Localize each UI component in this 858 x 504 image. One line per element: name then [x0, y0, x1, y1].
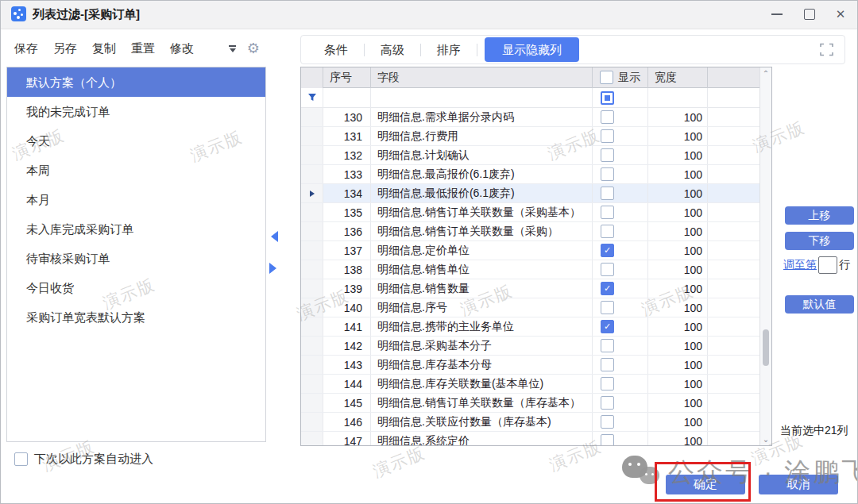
row-width: 100: [648, 184, 708, 202]
move-down-button[interactable]: 下移: [785, 232, 854, 250]
tab-separator: [364, 44, 365, 56]
jump-to-row-link[interactable]: 调至第: [783, 258, 817, 272]
row-indicator-cell: [301, 413, 323, 431]
tab-3[interactable]: 显示隐藏列: [485, 37, 579, 62]
row-checkbox[interactable]: [601, 244, 614, 257]
row-show-cell: [593, 432, 648, 446]
filter-field-cell[interactable]: [371, 88, 593, 108]
row-width: 100: [648, 317, 708, 336]
row-checkbox[interactable]: [601, 225, 614, 238]
row-empty-cell: [708, 298, 760, 317]
table-row[interactable]: 135明细信息.销售订单关联数量（采购基本）100: [301, 203, 771, 222]
row-no: 142: [323, 337, 371, 355]
row-indicator-cell: [301, 127, 323, 145]
table-body: 130明细信息.需求单据分录内码100131明细信息.行费用100132明细信息…: [301, 108, 771, 446]
close-button[interactable]: ✕: [825, 0, 856, 29]
table-row[interactable]: 133明细信息.最高报价(6.1废弃)100: [301, 165, 771, 184]
tab-0[interactable]: 条件: [315, 37, 357, 62]
sidebar-item-6[interactable]: 待审核采购订单: [7, 244, 265, 273]
row-checkbox[interactable]: [601, 434, 614, 446]
row-checkbox[interactable]: [601, 339, 614, 352]
sidebar-item-7[interactable]: 今日收货: [7, 273, 265, 302]
table-row[interactable]: 136明细信息.销售订单关联数量（采购）100: [301, 222, 771, 241]
auto-enter-checkbox[interactable]: [14, 452, 28, 466]
table-row[interactable]: 147明细信息.系统定价100: [301, 432, 771, 446]
table-row[interactable]: 137明细信息.定价单位100: [301, 241, 771, 260]
row-checkbox[interactable]: [601, 415, 614, 429]
expand-right-icon[interactable]: [269, 263, 276, 274]
row-checkbox[interactable]: [601, 396, 614, 410]
selected-count-label: 当前选中21列: [780, 424, 848, 438]
table-row[interactable]: 146明细信息.关联应付数量（库存基本)100: [301, 413, 771, 432]
row-width: 100: [648, 413, 708, 431]
select-all-checkbox[interactable]: [600, 71, 613, 84]
sidebar-item-2[interactable]: 今天: [7, 126, 265, 156]
table-row[interactable]: 142明细信息.采购基本分子100: [301, 337, 771, 356]
row-checkbox[interactable]: [601, 282, 614, 295]
sidebar-item-8[interactable]: 采购订单宽表默认方案: [7, 302, 265, 332]
move-up-button[interactable]: 上移: [785, 206, 854, 225]
gear-icon[interactable]: ⚙: [247, 41, 260, 56]
row-checkbox[interactable]: [601, 320, 614, 333]
filter-checkbox[interactable]: [601, 91, 614, 105]
row-checkbox[interactable]: [601, 148, 614, 162]
sidebar-item-1[interactable]: 我的未完成订单: [7, 97, 265, 126]
fullscreen-icon[interactable]: [820, 43, 833, 56]
row-checkbox[interactable]: [601, 206, 614, 219]
sidebar-item-5[interactable]: 未入库完成采购订单: [7, 214, 265, 244]
toolbar-button-0[interactable]: 保存: [14, 41, 38, 56]
row-checkbox[interactable]: [601, 187, 614, 200]
row-checkbox[interactable]: [601, 301, 614, 314]
row-empty-cell: [708, 317, 760, 336]
table-row[interactable]: 134明细信息.最低报价(6.1废弃)100: [301, 184, 771, 203]
row-checkbox[interactable]: [601, 263, 614, 276]
filter-no-cell[interactable]: [323, 88, 371, 108]
filter-width-cell[interactable]: [648, 88, 708, 108]
toolbar-button-2[interactable]: 复制: [92, 41, 116, 56]
row-width: 100: [648, 356, 708, 374]
row-checkbox[interactable]: [601, 167, 614, 181]
collapse-left-icon[interactable]: [271, 231, 278, 242]
table-row[interactable]: 143明细信息.库存基本分母100: [301, 356, 771, 375]
table-row[interactable]: 141明细信息.携带的主业务单位100: [301, 317, 771, 337]
minimize-button[interactable]: [762, 0, 792, 29]
sidebar-item-3[interactable]: 本周: [7, 156, 265, 185]
table-row[interactable]: 145明细信息.销售订单关联数量（库存基本）100: [301, 394, 771, 413]
scroll-up-icon[interactable]: ⌃: [760, 69, 771, 78]
scroll-down-icon[interactable]: ⌄: [760, 435, 771, 444]
fold-icon[interactable]: [228, 45, 238, 52]
maximize-button[interactable]: [794, 0, 825, 29]
row-checkbox[interactable]: [601, 358, 614, 371]
row-checkbox[interactable]: [601, 129, 614, 143]
default-value-button[interactable]: 默认值: [785, 295, 854, 314]
app-icon: [11, 6, 26, 21]
header-width: 宽度: [648, 67, 708, 88]
toolbar-button-1[interactable]: 另存: [53, 41, 77, 56]
row-width: 100: [648, 222, 708, 240]
toolbar-button-4[interactable]: 修改: [170, 41, 194, 56]
table-row[interactable]: 131明细信息.行费用100: [301, 127, 771, 146]
tab-1[interactable]: 高级: [372, 37, 413, 62]
table-row[interactable]: 144明细信息.库存关联数量(基本单位)100: [301, 375, 771, 394]
jump-row-input[interactable]: [818, 256, 837, 274]
row-checkbox[interactable]: [601, 110, 614, 124]
row-checkbox[interactable]: [601, 377, 614, 391]
table-row[interactable]: 132明细信息.计划确认100: [301, 146, 771, 165]
row-empty-cell: [708, 356, 760, 374]
tab-2[interactable]: 排序: [428, 37, 470, 62]
toolbar-button-3[interactable]: 重置: [131, 41, 155, 56]
table-row[interactable]: 138明细信息.销售单位100: [301, 260, 771, 279]
row-empty-cell: [708, 146, 760, 164]
cancel-button[interactable]: 取消: [759, 475, 838, 494]
table-scrollbar[interactable]: ⌃ ⌄: [759, 67, 771, 445]
sidebar-item-0[interactable]: 默认方案（个人）: [7, 67, 265, 97]
row-show-cell: [593, 413, 648, 431]
sidebar-item-4[interactable]: 本月: [7, 185, 265, 214]
table-row[interactable]: 140明细信息.序号100: [301, 298, 771, 317]
scrollbar-thumb[interactable]: [763, 329, 769, 366]
row-field: 明细信息.序号: [371, 298, 593, 317]
table-row[interactable]: 130明细信息.需求单据分录内码100: [301, 108, 771, 127]
row-field: 明细信息.系统定价: [371, 432, 593, 446]
table-row[interactable]: 139明细信息.销售数量100: [301, 279, 771, 298]
filter-row[interactable]: [301, 88, 771, 108]
